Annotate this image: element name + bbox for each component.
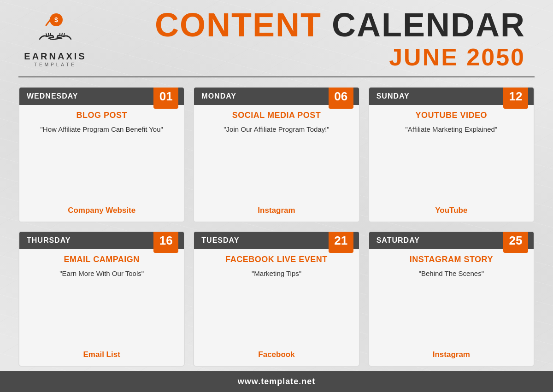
card-header-3: THURSDAY 16	[19, 232, 184, 249]
content-quote-1: "Join Our Affiliate Program Today!"	[224, 124, 329, 134]
day-label-1: MONDAY	[201, 92, 236, 100]
day-label-2: SUNDAY	[377, 92, 410, 100]
content-type-5: INSTAGRAM STORY	[410, 255, 493, 265]
content-type-0: BLOG POST	[76, 111, 127, 121]
day-label-3: THURSDAY	[27, 236, 71, 245]
footer-url: www.template.net	[6, 377, 547, 386]
date-badge-4: 21	[329, 231, 353, 253]
card-2: SUNDAY 12 YOUTUBE VIDEO "Affiliate Marke…	[368, 87, 535, 222]
title-orange: CONTENT	[155, 6, 322, 43]
content-platform-3: Email List	[83, 350, 120, 359]
card-header-5: SATURDAY 25	[369, 232, 534, 249]
content-platform-0: Company Website	[68, 206, 135, 215]
day-label-5: SATURDAY	[377, 236, 420, 245]
content-platform-5: Instagram	[433, 350, 470, 359]
card-header-2: SUNDAY 12	[369, 88, 534, 105]
card-header-1: MONDAY 06	[194, 88, 359, 105]
content-quote-3: "Earn More With Our Tools"	[59, 269, 144, 278]
card-3: THURSDAY 16 EMAIL CAMPAIGN "Earn More Wi…	[18, 231, 185, 367]
card-body-5: INSTAGRAM STORY "Behind The Scenes" Inst…	[369, 249, 534, 366]
title-area: CONTENT CALENDAR JUNE 2050	[155, 8, 525, 71]
card-body-0: BLOG POST "How Affiliate Program Can Ben…	[19, 105, 184, 222]
date-badge-2: 12	[503, 87, 528, 109]
content-platform-4: Facebook	[258, 350, 294, 359]
card-5: SATURDAY 25 INSTAGRAM STORY "Behind The …	[368, 231, 535, 367]
card-4: TUESDAY 21 FACEBOOK LIVE EVENT "Marketin…	[193, 231, 359, 367]
brand-name: EARNAXIS	[24, 51, 86, 62]
card-header-0: WEDNESDAY 01	[19, 88, 184, 105]
content-type-4: FACEBOOK LIVE EVENT	[225, 255, 328, 265]
cards-grid: WEDNESDAY 01 BLOG POST "How Affiliate Pr…	[0, 83, 553, 371]
content-quote-5: "Behind The Scenes"	[419, 269, 484, 278]
content-type-3: EMAIL CAMPAIGN	[64, 255, 139, 265]
header: $ EARNAXIS TEMPLA	[0, 0, 553, 71]
footer: www.template.net	[0, 371, 553, 392]
card-body-1: SOCIAL MEDIA POST "Join Our Affiliate Pr…	[194, 105, 359, 222]
content-quote-0: "How Affiliate Program Can Benefit You"	[40, 124, 163, 134]
title-black: CALENDAR	[322, 6, 525, 43]
logo-icon: $	[37, 12, 74, 49]
content-platform-1: Instagram	[258, 206, 295, 215]
subtitle: JUNE 2050	[389, 43, 525, 71]
content-platform-2: YouTube	[435, 206, 467, 215]
content-quote-2: "Affiliate Marketing Explained"	[406, 124, 498, 134]
date-badge-0: 01	[153, 87, 178, 109]
logo-area: $ EARNAXIS TEMPLA	[18, 12, 92, 67]
date-badge-3: 16	[153, 231, 178, 253]
page-wrapper: $ EARNAXIS TEMPLA	[0, 0, 553, 392]
card-1: MONDAY 06 SOCIAL MEDIA POST "Join Our Af…	[193, 87, 359, 222]
card-0: WEDNESDAY 01 BLOG POST "How Affiliate Pr…	[18, 87, 185, 222]
day-label-0: WEDNESDAY	[27, 92, 78, 100]
card-body-4: FACEBOOK LIVE EVENT "Marketing Tips" Fac…	[194, 249, 359, 366]
card-header-4: TUESDAY 21	[194, 232, 359, 249]
main-title: CONTENT CALENDAR	[155, 8, 525, 41]
card-body-3: EMAIL CAMPAIGN "Earn More With Our Tools…	[19, 249, 184, 366]
day-label-4: TUESDAY	[201, 236, 239, 245]
brand-sub: TEMPLATE	[34, 62, 76, 67]
date-badge-5: 25	[503, 231, 528, 253]
content-quote-4: "Marketing Tips"	[252, 269, 301, 278]
content-type-2: YOUTUBE VIDEO	[416, 111, 488, 121]
card-body-2: YOUTUBE VIDEO "Affiliate Marketing Expla…	[369, 105, 534, 222]
svg-text:$: $	[54, 16, 58, 23]
content-type-1: SOCIAL MEDIA POST	[232, 111, 321, 121]
divider	[18, 76, 535, 77]
date-badge-1: 06	[329, 87, 353, 109]
